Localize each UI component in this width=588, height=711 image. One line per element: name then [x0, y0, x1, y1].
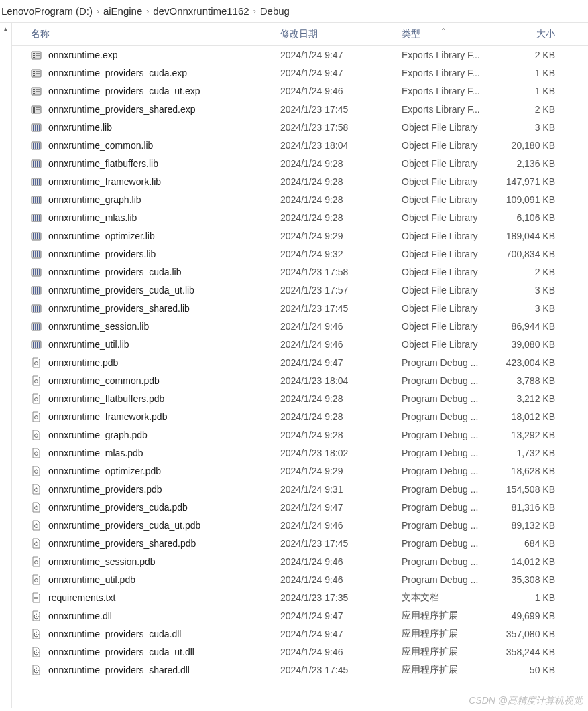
file-row[interactable]: requirements.txt2024/1/23 17:35文本文档1 KB: [12, 588, 588, 606]
svg-rect-52: [37, 215, 38, 221]
file-row[interactable]: onnxruntime_mlas.pdb2024/1/23 18:02Progr…: [12, 444, 588, 462]
scrollbar-gutter: ▴: [0, 23, 12, 708]
chevron-right-icon: ›: [97, 7, 99, 16]
breadcrumb-part[interactable]: devOnnxruntime1162: [153, 5, 249, 17]
file-row[interactable]: onnxruntime_providers.lib2024/1/24 9:32O…: [12, 245, 588, 263]
file-row[interactable]: onnxruntime.dll2024/1/24 9:47应用程序扩展49,69…: [12, 606, 588, 625]
header-name[interactable]: 名称: [31, 28, 280, 40]
file-type: Object File Library: [402, 158, 501, 169]
file-row[interactable]: onnxruntime_providers_cuda.pdb2024/1/24 …: [12, 498, 588, 516]
file-type: 应用程序扩展: [402, 628, 501, 640]
file-row[interactable]: onnxruntime_providers.pdb2024/1/24 9:31P…: [12, 480, 588, 498]
file-date: 2024/1/24 9:46: [280, 520, 402, 531]
svg-rect-22: [36, 109, 40, 110]
exp-file-icon: [31, 50, 42, 60]
file-row[interactable]: onnxruntime_providers_cuda_ut.pdb2024/1/…: [12, 516, 588, 534]
svg-rect-31: [35, 143, 36, 149]
svg-rect-8: [36, 71, 40, 72]
file-row[interactable]: onnxruntime.pdb2024/1/24 9:47Program Deb…: [12, 353, 588, 371]
file-row[interactable]: onnxruntime_session.pdb2024/1/24 9:46Pro…: [12, 552, 588, 570]
lib-file-icon: [31, 249, 42, 259]
file-row[interactable]: onnxruntime_common.lib2024/1/23 18:04Obj…: [12, 136, 588, 154]
svg-rect-30: [33, 143, 34, 149]
svg-rect-35: [33, 161, 34, 167]
file-size: 86,944 KB: [501, 321, 558, 332]
lib-file-icon: [31, 267, 42, 277]
scroll-up-button[interactable]: ▴: [0, 23, 11, 35]
file-size: 1,732 KB: [501, 448, 558, 458]
breadcrumb[interactable]: LenovoProgram (D:) › aiEngine › devOnnxr…: [0, 0, 588, 23]
dll-file-icon: [31, 610, 42, 621]
svg-rect-127: [36, 631, 37, 633]
file-row[interactable]: onnxruntime_optimizer.lib2024/1/24 9:29O…: [12, 227, 588, 245]
file-size: 39,080 KB: [501, 339, 558, 350]
file-row[interactable]: onnxruntime.exp2024/1/24 9:47Exports Lib…: [12, 46, 588, 64]
file-type: Exports Library F...: [402, 86, 501, 96]
file-row[interactable]: onnxruntime_framework.lib2024/1/24 9:28O…: [12, 172, 588, 190]
file-row[interactable]: onnxruntime_providers_shared.lib2024/1/2…: [12, 299, 588, 317]
file-date: 2024/1/23 18:02: [280, 448, 402, 458]
file-row[interactable]: onnxruntime_mlas.lib2024/1/24 9:28Object…: [12, 208, 588, 227]
file-row[interactable]: onnxruntime_common.pdb2024/1/23 18:04Pro…: [12, 371, 588, 389]
file-row[interactable]: onnxruntime_session.lib2024/1/24 9:46Obj…: [12, 317, 588, 335]
svg-rect-66: [35, 269, 36, 275]
pdb-file-icon: [31, 574, 42, 585]
file-date: 2024/1/24 9:46: [280, 574, 402, 585]
file-type: 应用程序扩展: [402, 646, 501, 658]
file-date: 2024/1/24 9:47: [280, 502, 402, 513]
sort-indicator-icon: ^: [442, 28, 445, 34]
file-type: Program Debug ...: [402, 375, 501, 386]
svg-rect-11: [33, 75, 35, 76]
file-row[interactable]: onnxruntime_optimizer.pdb2024/1/24 9:29P…: [12, 462, 588, 480]
svg-rect-142: [38, 670, 40, 671]
file-row[interactable]: onnxruntime_providers_shared.pdb2024/1/2…: [12, 534, 588, 552]
svg-rect-62: [37, 251, 38, 257]
svg-rect-85: [33, 342, 34, 348]
svg-rect-42: [37, 179, 38, 185]
svg-rect-7: [33, 71, 35, 72]
file-row[interactable]: onnxruntime_graph.pdb2024/1/24 9:28Progr…: [12, 426, 588, 444]
file-row[interactable]: onnxruntime_flatbuffers.lib2024/1/24 9:2…: [12, 154, 588, 172]
file-row[interactable]: onnxruntime_flatbuffers.pdb2024/1/24 9:2…: [12, 389, 588, 407]
file-size: 154,508 KB: [501, 484, 558, 495]
file-date: 2024/1/24 9:46: [280, 321, 402, 332]
svg-rect-9: [33, 73, 35, 74]
header-type-label: 类型: [402, 28, 420, 39]
file-row[interactable]: onnxruntime_providers_cuda.dll2024/1/24 …: [12, 625, 588, 643]
svg-rect-40: [33, 179, 34, 185]
header-date[interactable]: 修改日期: [280, 28, 402, 40]
file-row[interactable]: onnxruntime_providers_cuda.exp2024/1/24 …: [12, 64, 588, 82]
file-row[interactable]: onnxruntime_providers_cuda_ut.dll2024/1/…: [12, 643, 588, 661]
svg-rect-88: [39, 342, 40, 348]
breadcrumb-part[interactable]: aiEngine: [103, 5, 142, 17]
chevron-right-icon: ›: [253, 7, 256, 16]
file-row[interactable]: onnxruntime_graph.lib2024/1/24 9:28Objec…: [12, 190, 588, 208]
file-date: 2024/1/24 9:31: [280, 484, 402, 495]
pdb-file-icon: [31, 466, 42, 476]
file-row[interactable]: onnxruntime_util.lib2024/1/24 9:46Object…: [12, 335, 588, 353]
svg-rect-118: [34, 600, 37, 600]
breadcrumb-part[interactable]: Debug: [260, 5, 290, 17]
file-row[interactable]: onnxruntime_providers_cuda_ut.lib2024/1/…: [12, 281, 588, 299]
file-row[interactable]: onnxruntime_providers_shared.exp2024/1/2…: [12, 100, 588, 118]
file-type: Program Debug ...: [402, 556, 501, 567]
header-type[interactable]: 类型 ^: [402, 28, 501, 40]
file-row[interactable]: onnxruntime.lib2024/1/23 17:58Object Fil…: [12, 118, 588, 136]
file-name: onnxruntime_providers_cuda_ut.exp: [48, 86, 280, 96]
file-size: 1 KB: [501, 68, 558, 78]
file-row[interactable]: onnxruntime_util.pdb2024/1/24 9:46Progra…: [12, 570, 588, 588]
lib-file-icon: [31, 339, 42, 350]
breadcrumb-part[interactable]: LenovoProgram (D:): [1, 5, 93, 17]
svg-rect-70: [33, 287, 34, 294]
file-row[interactable]: onnxruntime_providers_shared.dll2024/1/2…: [12, 661, 588, 679]
svg-rect-13: [33, 89, 35, 90]
file-type: Exports Library F...: [402, 104, 501, 115]
file-row[interactable]: onnxruntime_providers_cuda.lib2024/1/23 …: [12, 263, 588, 281]
file-date: 2024/1/23 17:45: [280, 538, 402, 549]
file-date: 2024/1/24 9:32: [280, 249, 402, 259]
file-row[interactable]: onnxruntime_framework.pdb2024/1/24 9:28P…: [12, 407, 588, 426]
file-size: 2 KB: [501, 50, 558, 60]
svg-rect-135: [34, 652, 35, 653]
header-size[interactable]: 大小: [501, 28, 558, 40]
file-row[interactable]: onnxruntime_providers_cuda_ut.exp2024/1/…: [12, 82, 588, 100]
